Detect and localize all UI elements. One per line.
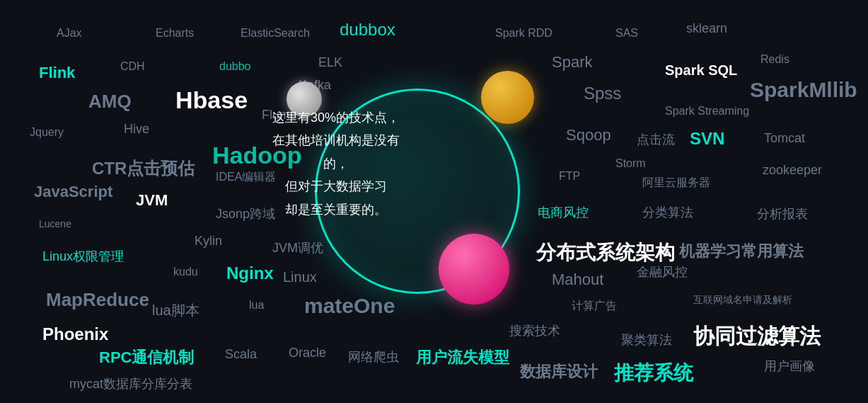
word-dubbo: dubbo xyxy=(219,60,251,73)
word-rpc: RPC通信机制 xyxy=(99,347,194,368)
word-finance-risk: 金融风控 xyxy=(637,263,688,280)
word-lucene: Lucene xyxy=(39,218,71,229)
word-analysis-report: 分析报表 xyxy=(757,205,808,222)
word-crawler: 网络爬虫 xyxy=(348,348,399,365)
word-elasticsearch: ElasticSearch xyxy=(241,27,310,40)
bubble-gold xyxy=(481,71,534,124)
center-text-line1: 这里有30%的技术点， xyxy=(262,106,410,129)
word-ecommerce: 电商风控 xyxy=(538,204,589,221)
word-lua-script: lua脚本 xyxy=(152,301,199,320)
center-text-line3: 但对于大数据学习 xyxy=(262,175,410,198)
word-db-design: 数据库设计 xyxy=(520,361,598,382)
center-text-line2: 在其他培训机构是没有的， xyxy=(262,129,410,175)
word-internet-domain: 互联网域名申请及解析 xyxy=(693,294,792,307)
word-ml-algorithms: 机器学习常用算法 xyxy=(679,241,804,262)
word-alibaba-cloud: 阿里云服务器 xyxy=(642,176,710,191)
word-flink: Flink xyxy=(39,64,75,82)
word-spark-streaming: Spark Streaming xyxy=(665,105,749,118)
word-mateone: mateOne xyxy=(304,294,395,318)
word-user-churn: 用户流失模型 xyxy=(416,347,509,368)
center-text-line4: 却是至关重要的。 xyxy=(262,198,410,221)
word-elk: ELK xyxy=(318,55,342,70)
word-mahout: Mahout xyxy=(552,271,603,289)
word-jvm-tuning: JVM调优 xyxy=(272,239,323,256)
word-spark-rdd: Spark RDD xyxy=(495,27,552,40)
word-phoenix: Phoenix xyxy=(42,324,108,344)
word-recommend: 推荐系统 xyxy=(614,360,693,387)
word-redis: Redis xyxy=(760,53,789,66)
word-hive: Hive xyxy=(124,122,149,137)
word-ajax: AJax xyxy=(57,27,82,40)
word-jvm: JVM xyxy=(136,191,168,210)
word-click-stream: 点击流 xyxy=(637,131,675,148)
word-ftp: FTP xyxy=(559,170,580,183)
word-sklearn: sklearn xyxy=(686,21,727,36)
word-svn: SVN xyxy=(690,129,724,149)
word-compute-ad: 计算广告 xyxy=(572,299,617,314)
word-zookeeper: zookeeper xyxy=(763,163,822,178)
word-javascript: JavaScript xyxy=(34,183,112,201)
word-sparkmllib: SparkMllib xyxy=(750,78,857,102)
word-classification: 分类算法 xyxy=(642,204,693,221)
word-lua: lua xyxy=(249,299,264,312)
word-mapreduce: MapReduce xyxy=(46,289,149,311)
word-kylin: Kylin xyxy=(195,234,222,249)
word-collab-filter: 协同过滤算法 xyxy=(693,322,821,351)
word-jquery: Jquery xyxy=(30,126,64,139)
word-echarts: Echarts xyxy=(156,27,194,40)
word-kudu: kudu xyxy=(173,266,198,278)
word-clustering: 聚类算法 xyxy=(621,331,672,348)
word-amq: AMQ xyxy=(88,91,132,113)
word-distributed: 分布式系统架构 xyxy=(536,239,675,266)
word-sas: SAS xyxy=(615,27,638,40)
word-ctr: CTR点击预估 xyxy=(92,157,195,180)
word-search-tech: 搜索技术 xyxy=(509,322,560,339)
word-tomcat: Tomcat xyxy=(764,131,805,146)
word-user-portrait: 用户画像 xyxy=(764,358,815,375)
word-oracle: Oracle xyxy=(289,346,326,361)
word-cdh: CDH xyxy=(120,60,145,73)
word-linux: Linux xyxy=(283,269,317,285)
word-nginx: Nginx xyxy=(226,263,274,283)
word-hbase: Hbase xyxy=(175,86,248,114)
bubble-pink xyxy=(439,234,509,305)
word-storm: Storm xyxy=(615,157,646,170)
word-spss: Spss xyxy=(584,84,621,103)
word-dubbox: dubbox xyxy=(340,20,395,40)
word-spark: Spark xyxy=(552,53,592,72)
word-mycat: mycat数据库分库分表 xyxy=(69,375,192,392)
word-spark-sql: Spark SQL xyxy=(665,62,737,79)
word-scala: Scala xyxy=(225,347,257,362)
center-text: 这里有30%的技术点， 在其他培训机构是没有的， 但对于大数据学习 却是至关重要… xyxy=(262,106,410,221)
word-linux-auth: Linux权限管理 xyxy=(42,248,124,265)
word-sqoop: Sqoop xyxy=(566,126,611,144)
